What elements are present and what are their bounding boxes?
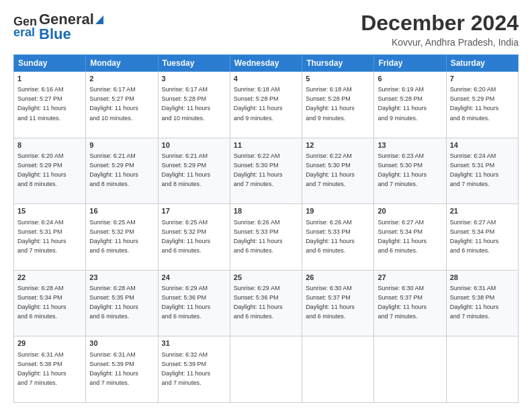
header-saturday: Saturday [446, 55, 518, 72]
day-cell-14: 14 Sunrise: 6:24 AMSunset: 5:31 PMDaylig… [446, 138, 518, 204]
table-row: 22 Sunrise: 6:28 AMSunset: 5:34 PMDaylig… [14, 270, 519, 336]
empty-cell [446, 336, 518, 403]
weekday-header-row: Sunday Monday Tuesday Wednesday Thursday… [14, 55, 519, 72]
header: Gen eral General Blue December 2024 Kovv… [13, 11, 519, 48]
header-thursday: Thursday [302, 55, 374, 72]
day-cell-28: 28 Sunrise: 6:31 AMSunset: 5:38 PMDaylig… [446, 270, 518, 336]
day-cell-30: 30 Sunrise: 6:31 AMSunset: 5:39 PMDaylig… [86, 336, 158, 403]
header-wednesday: Wednesday [230, 55, 302, 72]
day-cell-1: 1 Sunrise: 6:16 AMSunset: 5:27 PMDayligh… [14, 72, 86, 138]
title-area: December 2024 Kovvur, Andhra Pradesh, In… [361, 11, 519, 48]
day-cell-21: 21 Sunrise: 6:27 AMSunset: 5:34 PMDaylig… [446, 204, 518, 271]
logo: Gen eral General Blue [13, 11, 103, 43]
header-tuesday: Tuesday [158, 55, 230, 72]
header-monday: Monday [86, 55, 158, 72]
empty-cell [302, 336, 374, 403]
day-cell-6: 6 Sunrise: 6:19 AMSunset: 5:28 PMDayligh… [374, 72, 446, 138]
logo-blue: Blue [39, 26, 71, 43]
day-cell-19: 19 Sunrise: 6:26 AMSunset: 5:33 PMDaylig… [302, 204, 374, 271]
calendar-table: Sunday Monday Tuesday Wednesday Thursday… [13, 54, 519, 403]
day-cell-9: 9 Sunrise: 6:21 AMSunset: 5:29 PMDayligh… [86, 138, 158, 204]
header-sunday: Sunday [14, 55, 86, 72]
day-cell-25: 25 Sunrise: 6:29 AMSunset: 5:36 PMDaylig… [230, 270, 302, 336]
day-cell-13: 13 Sunrise: 6:23 AMSunset: 5:30 PMDaylig… [374, 138, 446, 204]
day-cell-18: 18 Sunrise: 6:26 AMSunset: 5:33 PMDaylig… [230, 204, 302, 271]
day-cell-24: 24 Sunrise: 6:29 AMSunset: 5:36 PMDaylig… [158, 270, 230, 336]
day-cell-23: 23 Sunrise: 6:28 AMSunset: 5:35 PMDaylig… [86, 270, 158, 336]
day-cell-29: 29 Sunrise: 6:31 AMSunset: 5:38 PMDaylig… [14, 336, 86, 403]
logo-triangle [95, 15, 103, 24]
location: Kovvur, Andhra Pradesh, India [361, 37, 519, 48]
day-cell-11: 11 Sunrise: 6:22 AMSunset: 5:30 PMDaylig… [230, 138, 302, 204]
day-cell-10: 10 Sunrise: 6:21 AMSunset: 5:29 PMDaylig… [158, 138, 230, 204]
day-cell-20: 20 Sunrise: 6:27 AMSunset: 5:34 PMDaylig… [374, 204, 446, 271]
day-cell-31: 31 Sunrise: 6:32 AMSunset: 5:39 PMDaylig… [158, 336, 230, 403]
empty-cell [374, 336, 446, 403]
day-cell-8: 8 Sunrise: 6:20 AMSunset: 5:29 PMDayligh… [14, 138, 86, 204]
table-row: 15 Sunrise: 6:24 AMSunset: 5:31 PMDaylig… [14, 204, 519, 271]
empty-cell [230, 336, 302, 403]
table-row: 29 Sunrise: 6:31 AMSunset: 5:38 PMDaylig… [14, 336, 519, 403]
table-row: 1 Sunrise: 6:16 AMSunset: 5:27 PMDayligh… [14, 72, 519, 138]
day-cell-2: 2 Sunrise: 6:17 AMSunset: 5:27 PMDayligh… [86, 72, 158, 138]
day-cell-3: 3 Sunrise: 6:17 AMSunset: 5:28 PMDayligh… [158, 72, 230, 138]
day-cell-15: 15 Sunrise: 6:24 AMSunset: 5:31 PMDaylig… [14, 204, 86, 271]
header-friday: Friday [374, 55, 446, 72]
day-cell-26: 26 Sunrise: 6:30 AMSunset: 5:37 PMDaylig… [302, 270, 374, 336]
svg-text:eral: eral [13, 26, 35, 39]
month-title: December 2024 [361, 11, 519, 36]
page: Gen eral General Blue December 2024 Kovv… [0, 0, 532, 411]
day-cell-7: 7 Sunrise: 6:20 AMSunset: 5:29 PMDayligh… [446, 72, 518, 138]
day-cell-17: 17 Sunrise: 6:25 AMSunset: 5:32 PMDaylig… [158, 204, 230, 271]
day-cell-22: 22 Sunrise: 6:28 AMSunset: 5:34 PMDaylig… [14, 270, 86, 336]
day-cell-27: 27 Sunrise: 6:30 AMSunset: 5:37 PMDaylig… [374, 270, 446, 336]
day-cell-5: 5 Sunrise: 6:18 AMSunset: 5:28 PMDayligh… [302, 72, 374, 138]
day-cell-12: 12 Sunrise: 6:22 AMSunset: 5:30 PMDaylig… [302, 138, 374, 204]
day-cell-16: 16 Sunrise: 6:25 AMSunset: 5:32 PMDaylig… [86, 204, 158, 271]
day-cell-4: 4 Sunrise: 6:18 AMSunset: 5:28 PMDayligh… [230, 72, 302, 138]
table-row: 8 Sunrise: 6:20 AMSunset: 5:29 PMDayligh… [14, 138, 519, 204]
logo-icon: Gen eral [13, 12, 40, 42]
